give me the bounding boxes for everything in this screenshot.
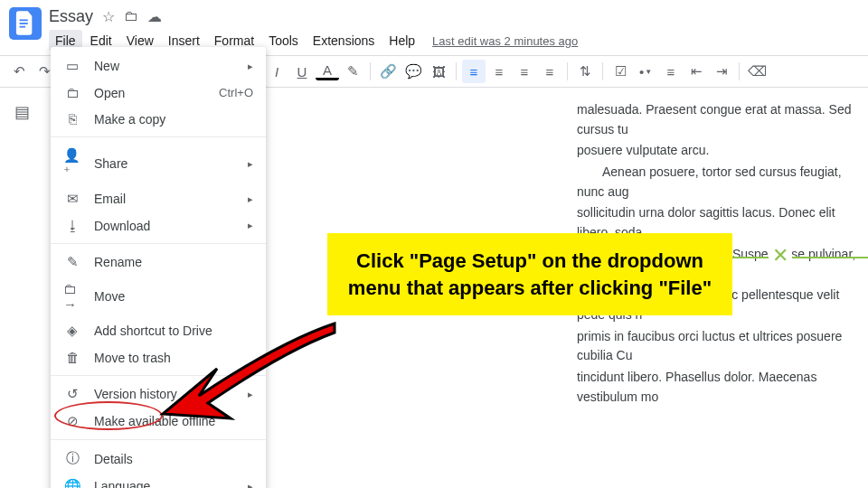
text-color-icon[interactable]: A bbox=[316, 62, 339, 80]
menu-extensions[interactable]: Extensions bbox=[307, 30, 381, 52]
menu-help[interactable]: Help bbox=[382, 30, 421, 52]
body-text: posuere vulputate arcu. bbox=[577, 141, 868, 161]
image-icon[interactable]: 🖼 bbox=[427, 60, 450, 83]
italic-icon[interactable]: I bbox=[265, 60, 288, 83]
star-icon[interactable]: ☆ bbox=[102, 8, 115, 25]
line-spacing-icon[interactable]: ⇅ bbox=[573, 60, 597, 83]
outline-rail: ▤ bbox=[0, 88, 43, 488]
highlight-icon[interactable]: ✎ bbox=[341, 60, 364, 83]
menu-open[interactable]: 🗀 Open Ctrl+O bbox=[51, 80, 266, 106]
chevron-right-icon: ▸ bbox=[248, 220, 253, 231]
bullet-list-icon[interactable]: •▼ bbox=[634, 60, 657, 83]
menu-move[interactable]: 🗀→ Move bbox=[51, 276, 266, 317]
clear-format-icon[interactable]: ⌫ bbox=[745, 60, 769, 83]
menu-make-copy[interactable]: ⎘ Make a copy bbox=[51, 106, 266, 132]
outline-icon[interactable]: ▤ bbox=[14, 102, 30, 488]
indent-icon[interactable]: ⇥ bbox=[710, 60, 733, 83]
chevron-right-icon: ▸ bbox=[248, 61, 253, 72]
offline-icon: ⊘ bbox=[63, 413, 81, 429]
menu-email[interactable]: ✉ Email ▸ bbox=[51, 185, 266, 212]
last-edit[interactable]: Last edit was 2 minutes ago bbox=[432, 34, 578, 48]
instruction-callout: Click "Page Setup" on the dropdown menu … bbox=[327, 233, 732, 315]
chevron-right-icon: ▸ bbox=[248, 193, 253, 205]
share-icon: 👤⁺ bbox=[63, 147, 81, 180]
drive-icon: ◈ bbox=[63, 323, 81, 339]
menu-details[interactable]: ⓘ Details bbox=[51, 445, 266, 473]
link-icon[interactable]: 🔗 bbox=[376, 60, 400, 83]
menu-language[interactable]: 🌐 Language ▸ bbox=[51, 473, 266, 488]
align-center-icon[interactable]: ≡ bbox=[487, 60, 511, 83]
numbered-list-icon[interactable]: ≡ bbox=[659, 60, 683, 83]
body-text: Aenean posuere, tortor sed cursus feugia… bbox=[577, 163, 868, 202]
info-icon: ⓘ bbox=[63, 450, 81, 467]
menu-tools[interactable]: Tools bbox=[262, 30, 305, 52]
arrow-icon bbox=[145, 314, 344, 441]
underline-icon[interactable]: U bbox=[290, 60, 314, 83]
body-text: primis in faucibus orci luctus et ultric… bbox=[577, 327, 868, 366]
align-justify-icon[interactable]: ≡ bbox=[538, 60, 561, 83]
svg-rect-1 bbox=[20, 23, 28, 24]
email-icon: ✉ bbox=[63, 191, 81, 207]
cloud-icon[interactable]: ☁ bbox=[147, 8, 162, 25]
move-icon: 🗀→ bbox=[63, 281, 81, 312]
align-right-icon[interactable]: ≡ bbox=[513, 60, 536, 83]
menu-download[interactable]: ⭳ Download ▸ bbox=[51, 212, 266, 239]
chevron-right-icon: ▸ bbox=[248, 481, 253, 489]
copy-icon: ⎘ bbox=[63, 111, 81, 127]
doc-title[interactable]: Essay bbox=[49, 7, 93, 26]
checklist-icon[interactable]: ☑ bbox=[609, 60, 632, 83]
comment-icon[interactable]: 💬 bbox=[401, 60, 425, 83]
align-left-icon[interactable]: ≡ bbox=[462, 60, 486, 83]
body-text: malesuada. Praesent congue erat at massa… bbox=[577, 100, 868, 139]
undo-icon[interactable]: ↶ bbox=[7, 60, 31, 83]
menu-new[interactable]: ▭ New ▸ bbox=[51, 52, 266, 80]
docs-logo-icon[interactable] bbox=[9, 7, 42, 40]
header: Essay ☆ 🗀 ☁ File Edit View Insert Format… bbox=[0, 0, 868, 52]
globe-icon: 🌐 bbox=[63, 478, 81, 488]
move-icon[interactable]: 🗀 bbox=[124, 8, 138, 25]
rename-icon: ✎ bbox=[63, 254, 81, 270]
document-icon: ▭ bbox=[63, 58, 81, 74]
trash-icon: 🗑 bbox=[63, 350, 81, 365]
history-icon: ↺ bbox=[63, 386, 81, 402]
menu-rename[interactable]: ✎ Rename bbox=[51, 249, 266, 276]
chevron-right-icon: ▸ bbox=[248, 158, 253, 170]
svg-rect-0 bbox=[20, 19, 28, 21]
folder-icon: 🗀 bbox=[63, 85, 81, 100]
body-text: tincidunt libero. Phasellus dolor. Maece… bbox=[577, 368, 868, 407]
menu-share[interactable]: 👤⁺ Share ▸ bbox=[51, 142, 266, 185]
svg-rect-2 bbox=[20, 26, 25, 28]
outdent-icon[interactable]: ⇤ bbox=[684, 60, 708, 83]
download-icon: ⭳ bbox=[63, 218, 81, 233]
